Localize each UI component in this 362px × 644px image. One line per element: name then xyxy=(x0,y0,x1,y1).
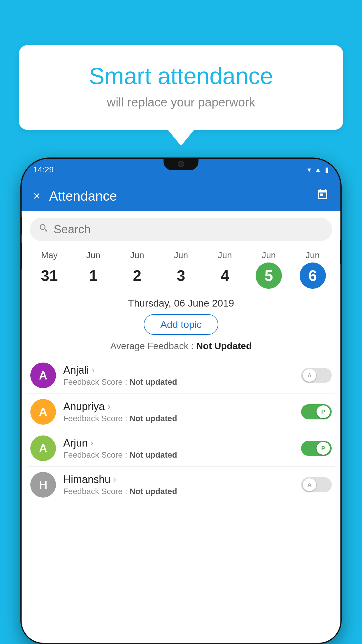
toggle-knob: P xyxy=(317,442,330,455)
phone-frame: 14:29 ▾ ▲ ▮ × Attendance xyxy=(20,158,342,644)
search-icon xyxy=(38,223,49,236)
feedback-label: Feedback Score : xyxy=(63,487,129,496)
app-bar: × Attendance xyxy=(22,181,340,211)
camera xyxy=(178,161,184,167)
speech-bubble-tail xyxy=(168,130,194,146)
student-info: Anupriya › Feedback Score : Not updated xyxy=(63,400,301,423)
student-avatar: A xyxy=(30,435,56,461)
feedback-value: Not updated xyxy=(129,377,177,386)
cal-date[interactable]: 31 xyxy=(36,262,62,289)
phone-inner: 14:29 ▾ ▲ ▮ × Attendance xyxy=(22,159,340,643)
cal-date[interactable]: 6 xyxy=(300,262,326,289)
calendar-day[interactable]: Jun 2 xyxy=(120,250,154,289)
student-avatar: H xyxy=(30,472,56,498)
toggle-knob: A xyxy=(303,478,316,491)
cal-date[interactable]: 3 xyxy=(168,262,194,289)
student-name[interactable]: Arjun › xyxy=(63,437,301,449)
attendance-toggle[interactable]: P xyxy=(301,441,332,456)
speech-bubble-container: Smart attendance will replace your paper… xyxy=(19,45,343,146)
close-button[interactable]: × xyxy=(33,189,41,203)
student-name[interactable]: Anupriya › xyxy=(63,400,301,413)
volume-down-button xyxy=(22,243,22,270)
chevron-right-icon: › xyxy=(108,402,110,411)
cal-date[interactable]: 5 xyxy=(256,262,282,289)
student-item: H Himanshu › Feedback Score : Not update… xyxy=(27,467,335,503)
student-avatar: A xyxy=(30,363,56,388)
student-name[interactable]: Himanshu › xyxy=(63,473,301,486)
status-icons: ▾ ▲ ▮ xyxy=(307,166,329,174)
battery-icon: ▮ xyxy=(325,166,329,174)
chevron-right-icon: › xyxy=(92,365,94,375)
cal-month: Jun xyxy=(174,250,188,260)
calendar-day[interactable]: Jun 5 xyxy=(251,250,286,289)
student-item: A Arjun › Feedback Score : Not updated P xyxy=(27,430,335,467)
calendar-day[interactable]: Jun 6 xyxy=(295,250,330,289)
speech-bubble-subtitle: will replace your paperwork xyxy=(42,95,320,109)
feedback-label: Feedback Score : xyxy=(63,450,129,459)
calendar-button[interactable] xyxy=(317,188,329,203)
cal-month: Jun xyxy=(218,250,232,260)
cal-month: Jun xyxy=(86,250,100,260)
attendance-toggle[interactable]: A xyxy=(301,368,332,383)
calendar-day[interactable]: Jun 1 xyxy=(76,250,111,289)
calendar-day[interactable]: May 31 xyxy=(32,250,67,289)
avg-feedback-value: Not Updated xyxy=(196,341,252,351)
student-feedback: Feedback Score : Not updated xyxy=(63,450,301,460)
screen-content: May 31 Jun 1 Jun 2 Jun 3 Jun 4 Jun 5 Jun… xyxy=(22,211,340,643)
volume-up-button xyxy=(22,217,22,235)
notch xyxy=(164,159,198,170)
student-info: Himanshu › Feedback Score : Not updated xyxy=(63,473,301,496)
feedback-label: Feedback Score : xyxy=(63,377,129,386)
student-name[interactable]: Anjali › xyxy=(63,364,301,376)
feedback-label: Feedback Score : xyxy=(63,414,129,423)
student-list: A Anjali › Feedback Score : Not updated … xyxy=(22,357,340,503)
student-item: A Anupriya › Feedback Score : Not update… xyxy=(27,394,335,430)
student-info: Anjali › Feedback Score : Not updated xyxy=(63,364,301,387)
student-avatar: A xyxy=(30,399,56,425)
cal-month: Jun xyxy=(305,250,319,260)
student-item: A Anjali › Feedback Score : Not updated … xyxy=(27,357,335,394)
add-topic-button[interactable]: Add topic xyxy=(144,314,218,335)
status-time: 14:29 xyxy=(33,165,54,174)
cal-month: May xyxy=(41,250,58,260)
cal-date[interactable]: 4 xyxy=(212,262,238,289)
toggle-knob: A xyxy=(303,369,316,382)
speech-bubble-title: Smart attendance xyxy=(42,63,320,90)
calendar-day[interactable]: Jun 4 xyxy=(208,250,242,289)
feedback-value: Not updated xyxy=(129,450,177,459)
calendar-day[interactable]: Jun 3 xyxy=(164,250,198,289)
feedback-value: Not updated xyxy=(129,414,177,423)
signal-icon: ▲ xyxy=(314,166,321,174)
cal-month: Jun xyxy=(262,250,276,260)
wifi-icon: ▾ xyxy=(307,166,311,174)
search-input[interactable] xyxy=(54,223,324,236)
app-bar-title: Attendance xyxy=(49,188,308,204)
power-button xyxy=(340,240,340,264)
avg-feedback: Average Feedback : Not Updated xyxy=(22,341,340,351)
student-feedback: Feedback Score : Not updated xyxy=(63,414,301,423)
student-info: Arjun › Feedback Score : Not updated xyxy=(63,437,301,460)
student-feedback: Feedback Score : Not updated xyxy=(63,377,301,387)
avg-feedback-label: Average Feedback : xyxy=(110,341,196,351)
cal-date[interactable]: 1 xyxy=(80,262,106,289)
attendance-toggle[interactable]: A xyxy=(301,477,332,492)
attendance-toggle[interactable]: P xyxy=(301,404,332,419)
speech-bubble: Smart attendance will replace your paper… xyxy=(19,45,343,130)
status-bar: 14:29 ▾ ▲ ▮ xyxy=(22,159,340,181)
feedback-value: Not updated xyxy=(129,487,177,496)
search-bar[interactable] xyxy=(30,218,332,241)
chevron-right-icon: › xyxy=(113,475,116,484)
toggle-knob: P xyxy=(317,405,330,418)
selected-date: Thursday, 06 June 2019 xyxy=(22,295,340,314)
cal-month: Jun xyxy=(130,250,144,260)
cal-date[interactable]: 2 xyxy=(124,262,150,289)
student-feedback: Feedback Score : Not updated xyxy=(63,487,301,496)
chevron-right-icon: › xyxy=(91,438,93,448)
calendar-strip: May 31 Jun 1 Jun 2 Jun 3 Jun 4 Jun 5 Jun… xyxy=(22,247,340,295)
